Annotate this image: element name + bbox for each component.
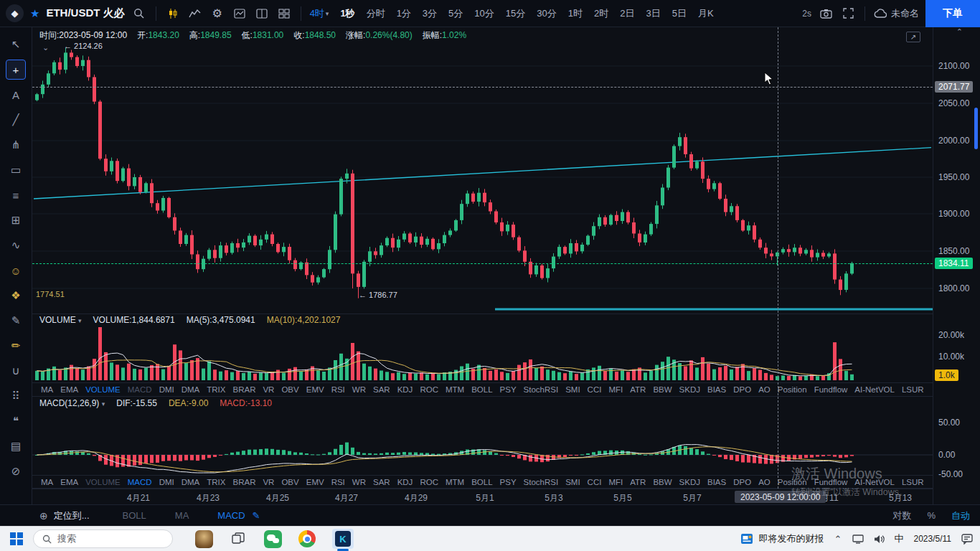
indicator-tab-skdj[interactable]: SKDJ [679, 385, 700, 394]
indicator-tab-trix[interactable]: TRIX [207, 478, 225, 486]
timeframe-5分[interactable]: 5分 [443, 7, 468, 20]
indicator-tab-stochrsi[interactable]: StochRSI [524, 385, 559, 394]
locate-button[interactable]: 定位到... [54, 509, 90, 522]
indicator-tab-ema[interactable]: EMA [60, 385, 78, 394]
trendline-tool-button[interactable]: ╱ [6, 110, 26, 130]
indicator-tab-smi[interactable]: SMI [565, 385, 580, 394]
note-panel-tool-button[interactable]: ▤ [6, 436, 26, 456]
date-axis[interactable]: 4月214月234月254月274月295月15月35月55月75月115月13… [32, 489, 933, 504]
indicator-tab-roc[interactable]: ROC [420, 478, 438, 486]
macd-indicator-name[interactable]: MACD(12,26,9) ▾ [39, 398, 105, 408]
price-line[interactable] [32, 87, 933, 88]
comment-tool-button[interactable]: ❝ [6, 411, 26, 431]
symbol-title[interactable]: ETH/USDT 火必 [46, 6, 124, 20]
edit-indicator-icon[interactable]: ✎ [253, 510, 260, 521]
indicator-tab-sar[interactable]: SAR [373, 478, 390, 486]
indicator-tab-wr[interactable]: WR [352, 385, 366, 394]
indicator-tab-fundflow[interactable]: Fundflow [814, 478, 848, 486]
indicator-tab-fundflow[interactable]: Fundflow [814, 385, 848, 394]
indicator-tab-cci[interactable]: CCI [588, 478, 602, 486]
volume-speaker-icon[interactable] [874, 534, 885, 544]
rectangle-tool-button[interactable]: ▭ [6, 160, 26, 180]
timeframe-1秒[interactable]: 1秒 [335, 7, 359, 20]
huobi-logo-icon[interactable]: ◆ [6, 4, 24, 22]
indicator-tab-kdj[interactable]: KDJ [397, 385, 413, 394]
timeframe-2时[interactable]: 2时 [589, 7, 613, 20]
indicator-tab-ema[interactable]: EMA [60, 478, 78, 486]
indicator-tab-sar[interactable]: SAR [373, 385, 390, 394]
indicator-tab-ma[interactable]: MA [41, 478, 53, 486]
timeframe-1分[interactable]: 1分 [392, 7, 416, 20]
indicator-tab-position[interactable]: Position [778, 478, 807, 486]
indicator-tab-ai-netvol[interactable]: AI-NetVOL [854, 385, 895, 394]
camera-snapshot-icon[interactable] [818, 6, 834, 22]
quick-indicator-boll[interactable]: BOLL [123, 510, 146, 521]
chart-area[interactable]: 时间:2023-05-09 12:00开:1843.20高:1849.85低:1… [32, 27, 933, 504]
layout-grid-icon[interactable] [276, 6, 292, 22]
main-chart-canvas[interactable] [32, 27, 933, 314]
taskbar-search-input[interactable]: 搜索 [33, 529, 173, 548]
indicator-tab-dma[interactable]: DMA [182, 478, 200, 486]
price-line[interactable] [32, 263, 933, 264]
popout-button[interactable]: ↗ [906, 32, 920, 42]
price-axis[interactable]: ⌃ 2100.002050.002000.001950.001900.00185… [933, 27, 980, 504]
candle-chart-type-icon[interactable] [165, 6, 181, 22]
indicator-tab-bbw[interactable]: BBW [653, 478, 672, 486]
timeframe-分时[interactable]: 分时 [362, 7, 390, 20]
timeframe-15分[interactable]: 15分 [501, 7, 530, 20]
timeframe-5日[interactable]: 5日 [667, 7, 692, 20]
indicator-tab-stochrsi[interactable]: StochRSI [524, 478, 559, 486]
axis-scrollbar[interactable] [974, 108, 978, 149]
emoji-sticker-tool-button[interactable]: ☺ [6, 260, 26, 281]
indicator-tab-obv[interactable]: OBV [281, 385, 298, 394]
indicator-tab-lsur[interactable]: LSUR [902, 385, 924, 394]
cursor-tool-button[interactable]: ↖ [6, 34, 26, 55]
indicator-tab-brar[interactable]: BRAR [232, 478, 255, 486]
news-widget[interactable]: 即将发布的财报 [740, 532, 824, 545]
wechat-app-icon[interactable] [263, 529, 282, 548]
quick-indicator-ma[interactable]: MA [175, 510, 189, 521]
indicator-tab-mtm[interactable]: MTM [446, 478, 464, 486]
indicator-tab-kdj[interactable]: KDJ [397, 478, 413, 486]
log-scale-button[interactable]: 对数 [892, 509, 911, 522]
indicator-tab-boll[interactable]: BOLL [471, 478, 492, 486]
watchlist-star-icon[interactable]: ★ [30, 7, 39, 20]
indicator-tab-macd[interactable]: MACD [128, 478, 152, 486]
timeframe-10分[interactable]: 10分 [469, 7, 499, 20]
indicator-tab-vr[interactable]: VR [263, 385, 274, 394]
brush-tool-button[interactable]: ✏ [6, 336, 26, 356]
indicator-tab-psy[interactable]: PSY [500, 478, 517, 486]
timeframe-3日[interactable]: 3日 [641, 7, 665, 20]
magnet-tool-button[interactable]: ∪ [6, 361, 26, 381]
indicator-tab-emv[interactable]: EMV [306, 478, 324, 486]
task-view-icon[interactable] [229, 529, 248, 548]
timeframe-2日[interactable]: 2日 [615, 7, 639, 20]
indicator-tab-roc[interactable]: ROC [420, 385, 438, 394]
indicator-tab-rsi[interactable]: RSI [331, 385, 345, 394]
wave-tool-button[interactable]: ∿ [6, 235, 26, 255]
pane-divider[interactable] [32, 314, 933, 314]
channel-tool-button[interactable]: ≡ [6, 185, 26, 205]
indicator-tab-mfi[interactable]: MFI [608, 385, 623, 394]
auto-scale-button[interactable]: 自动 [951, 509, 970, 522]
settings-gear-icon[interactable]: ⚙ [209, 6, 225, 22]
indicator-tab-position[interactable]: Position [778, 385, 807, 394]
shape-sticker-tool-button[interactable]: ❖ [6, 286, 26, 306]
indicator-tab-boll[interactable]: BOLL [471, 385, 492, 394]
indicator-tab-dpo[interactable]: DPO [733, 478, 751, 486]
timeframe-3分[interactable]: 3分 [418, 7, 442, 20]
macd-chart-canvas[interactable] [32, 397, 933, 475]
indicator-tab-trix[interactable]: TRIX [207, 385, 225, 394]
display-icon[interactable] [852, 534, 864, 544]
notification-center-icon[interactable] [961, 534, 973, 545]
indicator-tab-volume[interactable]: VOLUME [85, 478, 121, 486]
indicator-tab-dmi[interactable]: DMI [159, 478, 174, 486]
indicator-tab-emv[interactable]: EMV [306, 385, 324, 394]
indicator-tab-ao[interactable]: AO [758, 478, 771, 486]
indicator-tab-bbw[interactable]: BBW [653, 385, 672, 394]
indicator-tab-rsi[interactable]: RSI [331, 478, 345, 486]
pitchfork-tool-button[interactable]: ⋔ [6, 135, 26, 155]
split-panel-icon[interactable] [254, 6, 270, 22]
tray-expand-icon[interactable]: ⌃ [834, 534, 842, 545]
timeframe-30分[interactable]: 30分 [532, 7, 561, 20]
